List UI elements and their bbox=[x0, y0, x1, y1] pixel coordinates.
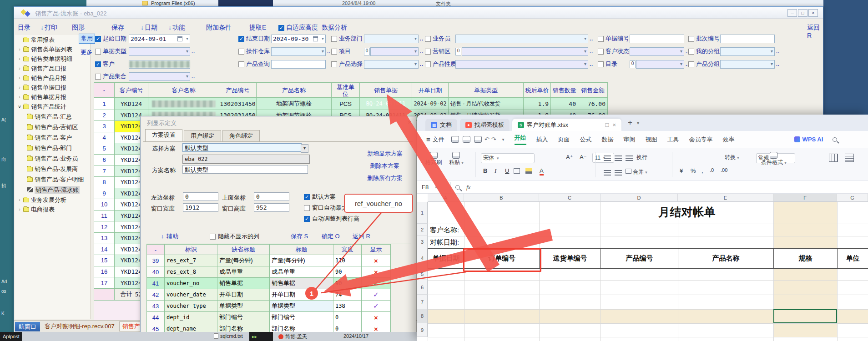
tab-docer-templates[interactable]: ●找稻壳模板 bbox=[460, 119, 510, 131]
toolbar-catalog[interactable]: 目录 bbox=[18, 24, 30, 32]
visibility-mark[interactable]: ✓ bbox=[362, 289, 391, 301]
tab-list-chevron[interactable]: ▾ bbox=[637, 120, 639, 125]
new-tab-button[interactable]: + bbox=[628, 118, 632, 127]
tree-item[interactable]: ›销售单据月报 bbox=[15, 92, 90, 102]
browse-button[interactable]: .. bbox=[420, 36, 424, 41]
expander-icon[interactable]: › bbox=[17, 47, 22, 52]
tree-item[interactable]: ∨销售产品统计 bbox=[15, 102, 90, 111]
ok-button[interactable]: 确定 O bbox=[322, 232, 340, 241]
borders-icon[interactable] bbox=[514, 168, 520, 174]
select[interactable] bbox=[720, 47, 775, 56]
taskbar-app[interactable]: Aplpost bbox=[0, 332, 22, 341]
column-row[interactable]: 44dept_id部门编号部门编号0× bbox=[146, 312, 411, 323]
browse-button[interactable]: .. bbox=[590, 61, 593, 67]
sheet-header-cell[interactable]: 单位 bbox=[837, 248, 868, 269]
checkbox[interactable] bbox=[210, 234, 216, 240]
tab-close-icon[interactable]: × bbox=[612, 121, 616, 128]
checkbox[interactable] bbox=[598, 61, 604, 67]
checkbox[interactable] bbox=[238, 49, 244, 55]
calendar-icon[interactable] bbox=[177, 36, 182, 41]
checkbox[interactable] bbox=[304, 205, 310, 211]
text-input[interactable] bbox=[630, 35, 684, 43]
tree-item[interactable]: ›销售类单据明细 bbox=[15, 54, 90, 64]
tab-scheme-settings[interactable]: 方案设置 bbox=[145, 129, 182, 141]
delete-scheme-link[interactable]: 删除本方案 bbox=[370, 162, 399, 170]
date-input[interactable]: 2024-09-30 bbox=[271, 35, 326, 43]
select[interactable] bbox=[370, 47, 419, 56]
currency-icon[interactable]: ¥ bbox=[680, 167, 683, 174]
rows-cols-icon[interactable] bbox=[845, 154, 854, 162]
column-row[interactable]: 43voucher_type单据类型单据类型138✓ bbox=[146, 301, 411, 312]
visibility-mark[interactable]: ✓ bbox=[362, 278, 391, 289]
select[interactable] bbox=[129, 72, 190, 81]
grid-header[interactable]: 销售单据 bbox=[360, 83, 412, 98]
checkbox[interactable] bbox=[688, 49, 694, 55]
visibility-mark[interactable]: × bbox=[362, 312, 391, 323]
column-header[interactable]: E bbox=[678, 194, 773, 202]
browse-button[interactable]: .. bbox=[776, 61, 780, 67]
tab-active-document[interactable]: S客户对账单.xlsx□× bbox=[512, 119, 621, 131]
tab-user-binding[interactable]: 用户绑定 bbox=[184, 130, 221, 141]
select[interactable] bbox=[129, 47, 190, 56]
convert-button[interactable]: 转换 ▾ bbox=[725, 154, 739, 161]
expander-icon[interactable]: › bbox=[17, 207, 22, 212]
more-filters-button[interactable]: 更多 bbox=[81, 48, 92, 56]
close-button[interactable]: × bbox=[808, 9, 818, 17]
checkbox[interactable] bbox=[95, 36, 101, 42]
sheet-header-cell[interactable]: 产品名称 bbox=[678, 248, 774, 269]
checkbox[interactable] bbox=[598, 49, 604, 55]
select[interactable] bbox=[455, 35, 588, 43]
delete-all-schemes-link[interactable]: 删除所有方案 bbox=[367, 174, 403, 182]
visibility-mark[interactable]: × bbox=[362, 266, 391, 278]
grid-header[interactable]: 税后单价 bbox=[524, 83, 551, 98]
comma-icon[interactable]: , bbox=[701, 167, 703, 174]
sheet-header-cell[interactable]: 产品编号 bbox=[601, 248, 678, 269]
column-header[interactable]: A bbox=[428, 194, 464, 202]
toolbar-functions[interactable]: ↓功能 bbox=[168, 24, 185, 32]
sheet-header-cell[interactable]: 规格 bbox=[773, 248, 838, 269]
grid-header[interactable]: 开单日期 bbox=[412, 83, 449, 98]
row-header[interactable]: 4 bbox=[417, 248, 428, 268]
grid-header[interactable]: 基准单位 bbox=[332, 83, 360, 98]
decrease-decimal-icon[interactable]: .0 bbox=[710, 167, 714, 173]
visibility-mark[interactable]: ✓ bbox=[362, 301, 391, 312]
row-header[interactable]: 1 bbox=[417, 202, 428, 224]
paste-button[interactable]: 粘贴 ▾ bbox=[449, 152, 464, 166]
window-height-input[interactable]: 952 bbox=[254, 203, 289, 212]
toolbar-graph[interactable]: 图形 bbox=[72, 24, 85, 32]
quick-filter-button[interactable]: 常用 bbox=[79, 34, 95, 44]
tree-item[interactable]: 销售产品-业务员 bbox=[15, 153, 90, 164]
checkbox[interactable] bbox=[304, 194, 310, 200]
grid-header[interactable]: 销售金额 bbox=[578, 83, 608, 98]
save-icon[interactable] bbox=[451, 136, 459, 143]
menu-efficiency[interactable]: 效率 bbox=[723, 135, 735, 144]
hamburger-icon[interactable]: ≡ bbox=[426, 135, 430, 143]
font-shrink-icon[interactable]: A⁻ bbox=[580, 154, 587, 160]
redo-icon[interactable]: ↷ bbox=[491, 136, 496, 143]
tree-item-selected[interactable]: 销售产品-流水账 bbox=[15, 185, 90, 195]
increase-decimal-icon[interactable]: .00 bbox=[721, 167, 727, 173]
toolbar-extract[interactable]: 提取E bbox=[249, 24, 266, 32]
tree-item[interactable]: 销售产品-客户 bbox=[15, 132, 90, 143]
checkbox[interactable] bbox=[238, 61, 244, 67]
file-menu[interactable]: 文件 bbox=[433, 135, 444, 144]
align-left-icon[interactable] bbox=[604, 155, 611, 161]
browse-button[interactable]: .. bbox=[420, 49, 424, 54]
row-header[interactable]: 6 bbox=[417, 280, 428, 295]
merge-cells-button[interactable]: 合并 ▾ bbox=[626, 168, 647, 176]
explorer-folder-name[interactable]: Program Files (x86) bbox=[151, 0, 195, 6]
prefix-box[interactable]: 0 bbox=[364, 48, 370, 55]
column-header[interactable]: B bbox=[464, 194, 539, 202]
grid-header[interactable]: 单据类型 bbox=[449, 83, 524, 98]
column-row-selected[interactable]: 41voucher_no销售单据销售单据90✓ bbox=[146, 278, 411, 289]
toolbar-data-analysis[interactable]: 数据分析 bbox=[322, 24, 347, 32]
scheme-select[interactable]: 默认类型 bbox=[182, 143, 302, 152]
select[interactable] bbox=[364, 35, 419, 43]
browse-button[interactable]: .. bbox=[590, 36, 593, 41]
tab-preview-icon[interactable]: □ bbox=[606, 121, 609, 128]
toolbar-conditions[interactable]: 附加条件 bbox=[206, 24, 232, 32]
top-coord-input[interactable]: 0 bbox=[254, 192, 289, 201]
sheet-header-cell[interactable]: 送货单编号 bbox=[539, 248, 601, 269]
fill-color-icon[interactable] bbox=[525, 168, 532, 174]
grid-row[interactable]: 1 YKD124 1302031450 地架调节螺栓 PCS BQ-24-001… bbox=[94, 98, 608, 110]
